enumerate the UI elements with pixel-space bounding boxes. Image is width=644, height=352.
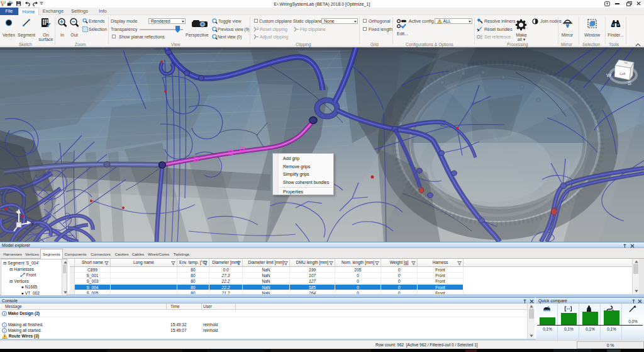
svg-text:S: S: [628, 80, 631, 86]
svg-text:Top: Top: [624, 62, 628, 64]
svg-text:W: W: [606, 72, 611, 78]
svg-text:Luft: Luft: [620, 72, 626, 76]
svg-text:X: X: [31, 221, 35, 227]
